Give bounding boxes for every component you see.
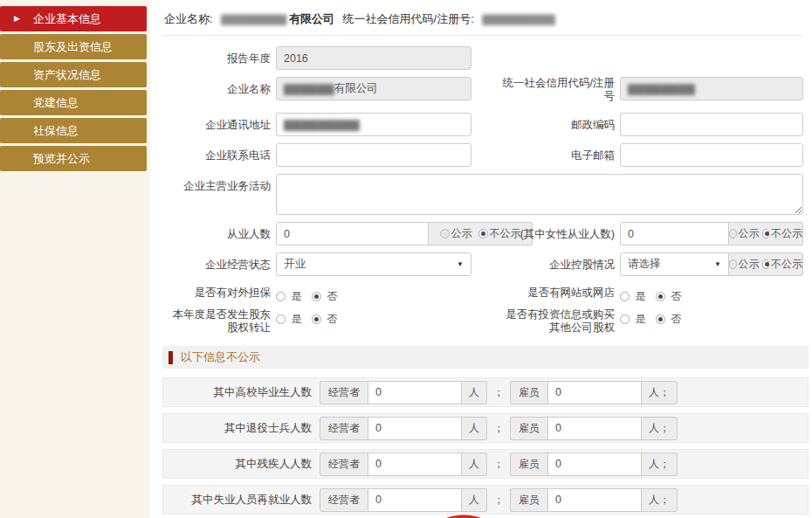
publish-radio[interactable] xyxy=(729,259,737,269)
sidebar-item-party-building[interactable]: 党建信息 xyxy=(0,90,147,115)
table-row: 其中失业人员再就业人数 经营者 人 ； 雇员 人； xyxy=(162,485,809,515)
credit-code-redacted: ▇▇▇▇▇▇▇▇▇▇ xyxy=(482,13,554,25)
yes-radio[interactable] xyxy=(620,292,630,301)
employee-count-group: 雇员 人； xyxy=(510,452,678,476)
sidebar-item-label: 预览并公示 xyxy=(33,152,90,165)
no-radio[interactable] xyxy=(656,314,665,324)
no-radio[interactable] xyxy=(312,292,321,301)
holding-status-select[interactable]: 请选择 ▼ xyxy=(620,252,729,276)
annual-report-form: 报告年度 企业名称 ▇▇▇▇▇▇ 有限公司 统一社会信用代码/注册号 ▇▇▇▇▇… xyxy=(162,46,809,518)
employee-count-group: 雇员 人； xyxy=(510,381,678,404)
page-title: 企业名称: ▇▇▇▇▇▇▇▇▇ 有限公司 统一社会信用代码/注册号: ▇▇▇▇▇… xyxy=(162,7,803,36)
phone-field[interactable] xyxy=(276,143,471,167)
investment-label: 是否有投资信息或购买其他公司股权 xyxy=(501,308,615,335)
publish-radio[interactable] xyxy=(440,229,450,238)
not-publish-radio[interactable] xyxy=(478,229,488,238)
credit-code-label: 统一社会信用代码/注册号: xyxy=(343,12,474,25)
equity-transfer-label: 本年度是否发生股东股权转让 xyxy=(162,308,271,335)
phone-label: 企业联系电话 xyxy=(162,149,271,162)
credit-code-field[interactable]: ▇▇▇▇▇▇▇▇ xyxy=(620,77,803,100)
report-year-label: 报告年度 xyxy=(162,52,271,66)
report-year-field[interactable] xyxy=(276,46,471,70)
employee-count-field[interactable] xyxy=(547,488,642,512)
sidebar-item-social-security[interactable]: 社保信息 xyxy=(0,118,147,143)
email-field[interactable] xyxy=(620,143,803,167)
sidebar-item-assets[interactable]: 资产状况信息 xyxy=(0,62,147,87)
operating-status-select[interactable]: 开业 ▼ xyxy=(276,252,471,276)
employee-count-label: 从业人数 xyxy=(162,228,271,241)
operator-count-group: 经营者 人 xyxy=(320,381,487,404)
company-name-suffix: 有限公司 xyxy=(289,12,334,25)
dropdown-arrow-icon: ▼ xyxy=(714,260,721,268)
sidebar-item-label: 党建信息 xyxy=(33,96,79,109)
operator-count-group: 经营者 人 xyxy=(320,417,487,440)
company-name-field-label: 企业名称 xyxy=(162,83,271,96)
employee-count-group: 雇员 人； xyxy=(510,417,678,440)
guarantee-label: 是否有对外担保 xyxy=(162,287,271,300)
operating-status-label: 企业经营状态 xyxy=(162,259,271,272)
not-publish-radio[interactable] xyxy=(762,259,770,269)
operator-count-field[interactable] xyxy=(368,381,462,404)
table-row: 其中残疾人人数 经营者 人 ； 雇员 人； xyxy=(162,449,809,479)
employee-count-field[interactable] xyxy=(547,381,642,404)
female-count-field[interactable] xyxy=(620,222,729,245)
operator-count-field[interactable] xyxy=(368,488,462,512)
sidebar-item-label: 企业基本信息 xyxy=(33,12,101,25)
sidebar-item-label: 社保信息 xyxy=(33,124,79,137)
employee-count-field[interactable] xyxy=(547,452,642,476)
operator-count-group: 经营者 人 xyxy=(320,488,487,512)
operator-count-field[interactable] xyxy=(368,452,462,476)
website-label: 是否有网站或网店 xyxy=(501,287,615,300)
business-activity-label: 企业主营业务活动 xyxy=(162,180,271,193)
yes-radio[interactable] xyxy=(620,314,630,324)
postcode-field[interactable] xyxy=(620,113,803,136)
left-panel: ▶ 企业基本信息 股东及出资信息 资产状况信息 党建信息 社保信息 预览并公示 xyxy=(0,0,150,518)
no-radio[interactable] xyxy=(312,314,321,324)
address-field[interactable]: ▇▇▇▇▇▇▇▇▇ xyxy=(276,113,471,136)
operator-count-group: 经营者 人 xyxy=(320,452,487,476)
female-count-publish-addon: 公示 不公示 xyxy=(729,222,803,245)
holding-status-publish-addon: 公示 不公示 xyxy=(729,252,803,276)
sidebar-item-basic-info[interactable]: ▶ 企业基本信息 xyxy=(0,6,147,31)
company-name-label: 企业名称: xyxy=(164,12,213,25)
no-radio[interactable] xyxy=(656,292,665,301)
main-content: 企业名称: ▇▇▇▇▇▇▇▇▇ 有限公司 统一社会信用代码/注册号: ▇▇▇▇▇… xyxy=(150,0,812,518)
sidebar-item-shareholders[interactable]: 股东及出资信息 xyxy=(0,34,147,59)
operator-count-field[interactable] xyxy=(368,417,462,440)
sidebar-item-label: 资产状况信息 xyxy=(33,68,101,81)
employee-count-field[interactable] xyxy=(276,222,429,245)
company-name-redacted: ▇▇▇▇▇▇▇▇▇ xyxy=(221,13,286,25)
non-public-section-header: 以下信息不公示 xyxy=(162,346,809,369)
postcode-label: 邮政编码 xyxy=(501,119,615,132)
section-accent-bar xyxy=(169,351,173,364)
yes-radio[interactable] xyxy=(276,314,286,324)
yes-radio[interactable] xyxy=(276,292,286,301)
address-label: 企业通讯地址 xyxy=(162,119,271,132)
sidebar-item-label: 股东及出资信息 xyxy=(33,40,113,53)
sidebar-item-preview-publish[interactable]: 预览并公示 xyxy=(0,146,147,171)
company-name-field[interactable]: ▇▇▇▇▇▇ 有限公司 xyxy=(276,77,471,100)
holding-status-label: 企业控股情况 xyxy=(501,259,615,272)
employee-count-field[interactable] xyxy=(547,417,642,440)
active-caret-icon: ▶ xyxy=(14,6,20,31)
email-label: 电子邮箱 xyxy=(501,149,615,162)
female-count-label: (其中女性从业人数) xyxy=(501,228,615,241)
section-title: 以下信息不公示 xyxy=(181,349,260,365)
business-activity-field[interactable] xyxy=(276,174,803,215)
table-row: 其中退役士兵人数 经营者 人 ； 雇员 人； xyxy=(162,413,809,443)
employee-count-group: 雇员 人； xyxy=(510,488,678,512)
table-row: 其中高校毕业生人数 经营者 人 ； 雇员 人； xyxy=(162,377,809,407)
dropdown-arrow-icon: ▼ xyxy=(457,260,464,268)
not-publish-radio[interactable] xyxy=(762,229,770,238)
publish-radio[interactable] xyxy=(729,229,737,238)
credit-code-field-label: 统一社会信用代码/注册号 xyxy=(501,77,615,103)
sidebar: ▶ 企业基本信息 股东及出资信息 资产状况信息 党建信息 社保信息 预览并公示 xyxy=(0,0,150,171)
